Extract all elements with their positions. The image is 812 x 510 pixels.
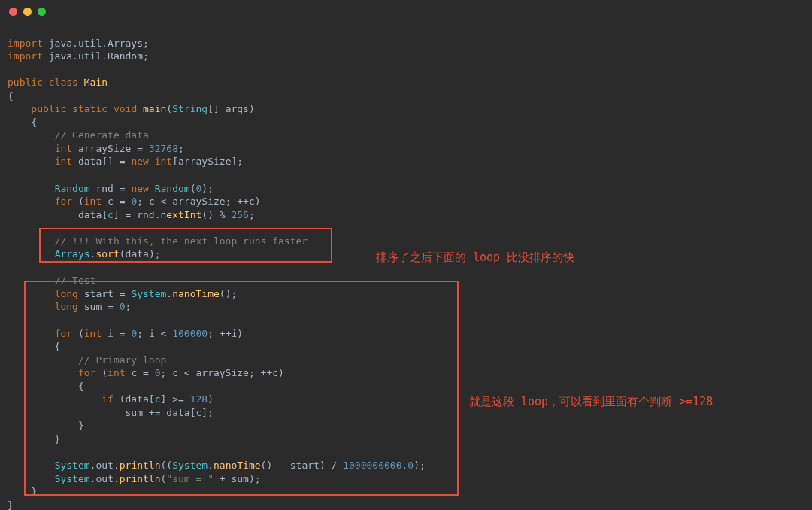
code-line: data[c] = rnd.nextInt() % 256; (8, 209, 255, 220)
code-line: public static void main(String[] args) (8, 103, 255, 114)
code-line: Arrays.sort(data); (8, 248, 161, 260)
code-line: } (8, 433, 60, 445)
code-line: } (8, 499, 14, 510)
code-line: } (8, 420, 84, 431)
code-line: import java.util.Arrays; (8, 38, 149, 49)
code-line: int arraySize = 32768; (8, 143, 184, 154)
code-line: for (int c = 0; c < arraySize; ++c) (8, 196, 261, 207)
code-line: // Primary loop (8, 354, 166, 366)
code-line: { (8, 341, 60, 352)
code-line: System.out.println((System.nanoTime() - … (8, 460, 426, 471)
close-icon[interactable] (9, 8, 17, 16)
code-line: import java.util.Random; (8, 50, 149, 62)
code-line: // Generate data (8, 129, 149, 141)
code-line: { (8, 117, 37, 128)
code-line: if (data[c] >= 128) (8, 393, 214, 405)
code-line: // !!! With this, the next loop runs fas… (8, 235, 308, 247)
window-controls (0, 0, 812, 19)
code-line: { (8, 381, 84, 392)
code-line: } (8, 486, 37, 497)
code-line: System.out.println("sum = " + sum); (8, 473, 261, 484)
code-line: for (int i = 0; i < 100000; ++i) (8, 328, 243, 339)
code-line: Random rnd = new Random(0); (8, 183, 214, 194)
code-line: sum += data[c]; (8, 407, 214, 418)
minimize-icon[interactable] (23, 8, 32, 16)
code-line: // Test (8, 275, 95, 286)
code-line: long start = System.nanoTime(); (8, 288, 237, 299)
maximize-icon[interactable] (38, 8, 46, 16)
code-line: public class Main (8, 77, 108, 88)
code-editor: import java.util.Arrays; import java.uti… (0, 19, 812, 510)
code-line: for (int c = 0; c < arraySize; ++c) (8, 367, 284, 378)
code-line: int data[] = new int[arraySize]; (8, 156, 243, 167)
code-line: long sum = 0; (8, 301, 131, 312)
code-line: { (8, 90, 14, 102)
